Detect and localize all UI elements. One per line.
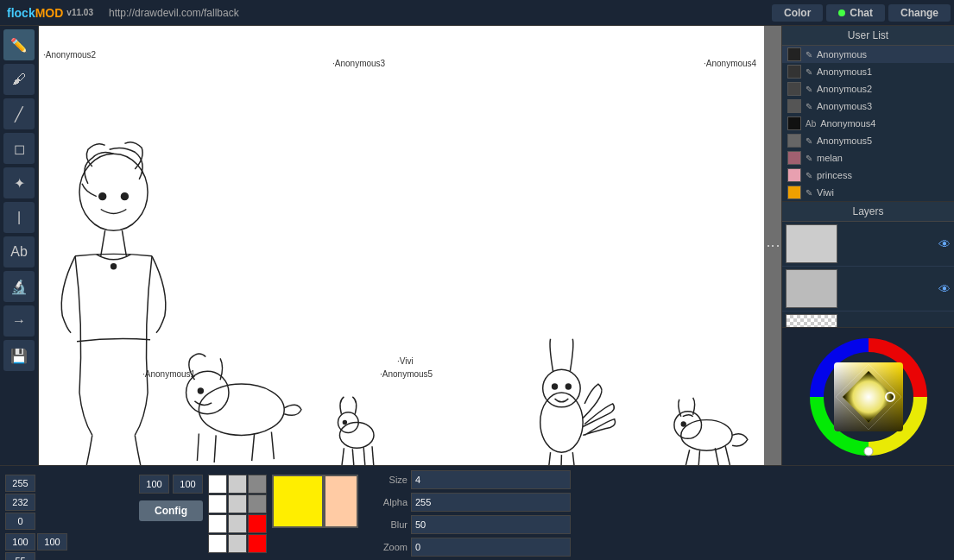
user-name-anon4: Anonymous4: [820, 118, 875, 129]
size-inputs: Config: [139, 471, 203, 521]
s-input[interactable]: [37, 533, 67, 551]
swatch-11[interactable]: [228, 534, 247, 553]
pencil-icon-anon1: ✎: [806, 67, 812, 77]
svg-line-26: [572, 452, 576, 465]
change-button[interactable]: Change: [888, 4, 951, 22]
user-color-melan: [787, 151, 801, 165]
user-item-viwi[interactable]: ✎ Viwi: [782, 184, 954, 201]
layer-eye-1[interactable]: 👁: [938, 237, 951, 251]
size2-input[interactable]: [173, 475, 203, 494]
svg-point-45: [864, 447, 873, 456]
color-wheel-svg[interactable]: [808, 337, 929, 457]
svg-line-31: [698, 450, 700, 465]
eyedropper-tool[interactable]: 🔬: [3, 271, 35, 302]
swatch-3[interactable]: [248, 475, 267, 494]
pencil-icon-melan: ✎: [806, 154, 812, 163]
color-wheel-area[interactable]: [782, 327, 954, 465]
swatch-row-4: [208, 534, 267, 553]
pencil-icon-anon2: ✎: [806, 85, 812, 94]
user-item-princess[interactable]: ✎ princess: [782, 167, 954, 184]
arrow-tool[interactable]: →: [3, 305, 35, 337]
h-input[interactable]: [5, 533, 35, 551]
user-item-anon5[interactable]: ✎ Anonymous5: [782, 132, 954, 149]
g-group: [5, 494, 134, 511]
logo-mod: MOD: [35, 6, 64, 20]
swatch-8[interactable]: [228, 514, 247, 533]
swatch-1[interactable]: [208, 475, 227, 494]
svg-line-30: [685, 450, 690, 465]
canvas-area[interactable]: ·Anonymous2 ·Anonymous3 ·Anonymous4 ·Ano…: [39, 26, 781, 465]
eraser-tool[interactable]: ◻: [3, 133, 35, 164]
color-button[interactable]: Color: [772, 4, 823, 22]
layer-item-1[interactable]: 👁: [782, 222, 954, 267]
pencil-tool[interactable]: ✏️: [3, 29, 35, 60]
secondary-color-swatch[interactable]: [324, 475, 358, 528]
user-item-melan[interactable]: ✎ melan: [782, 149, 954, 167]
svg-point-8: [198, 388, 203, 393]
svg-line-16: [341, 448, 344, 465]
user-item-anon2[interactable]: ✎ Anonymous2: [782, 80, 954, 98]
swatch-4[interactable]: [208, 494, 227, 513]
layer-item-2[interactable]: 👁: [782, 267, 954, 311]
user-item-anon3[interactable]: ✎ Anonymous3: [782, 98, 954, 115]
size-input[interactable]: [411, 470, 571, 489]
zoom-input[interactable]: [411, 538, 571, 557]
chat-button[interactable]: Chat: [826, 4, 885, 22]
line-tool[interactable]: ╱: [3, 98, 35, 129]
svg-line-4: [122, 230, 126, 256]
r-input[interactable]: [5, 475, 35, 492]
b-group: [5, 513, 134, 530]
swatch-5[interactable]: [228, 494, 247, 513]
user-name-anon2: Anonymous2: [817, 84, 872, 94]
brush-tool[interactable]: 🖌: [3, 64, 35, 95]
v-input[interactable]: [5, 552, 35, 560]
size1-input[interactable]: [139, 475, 169, 494]
svg-point-7: [186, 371, 229, 413]
magic-tool[interactable]: ✦: [3, 167, 35, 198]
right-panel: User List ✎ Anonymous ✎ Anonymous1 ✎ Ano…: [781, 26, 954, 465]
app-version: v11.03: [66, 8, 93, 17]
user-item-anon4[interactable]: Ab Anonymous4: [782, 115, 954, 132]
line2-tool[interactable]: |: [3, 202, 35, 233]
blur-input[interactable]: [411, 515, 571, 534]
swatch-12[interactable]: [248, 534, 267, 553]
svg-line-9: [197, 433, 199, 461]
swatches-section: [208, 471, 267, 553]
swatch-row-3: [208, 514, 267, 533]
app-logo: flockMOD v11.03: [0, 6, 100, 20]
pencil-icon-anon4: Ab: [806, 119, 816, 129]
expand-handle[interactable]: ⋮: [764, 26, 781, 465]
swatch-7[interactable]: [208, 514, 227, 533]
zoom-row: Zoom: [377, 538, 940, 557]
layer-item-3[interactable]: 👁: [782, 311, 954, 327]
user-item-anonymous[interactable]: ✎ Anonymous: [782, 46, 954, 63]
main-area: ✏️ 🖌 ╱ ◻ ✦ | Ab 🔬 → 💾 ·Anonymous2 ·Anony…: [0, 26, 954, 465]
drawing-canvas[interactable]: [39, 26, 781, 465]
swatch-2[interactable]: [228, 475, 247, 494]
bottom-right: Size Alpha Blur Zoom: [363, 466, 954, 560]
svg-line-33: [725, 446, 730, 465]
save-tool[interactable]: 💾: [3, 340, 35, 371]
swatch-10[interactable]: [208, 534, 227, 553]
svg-point-13: [339, 423, 374, 449]
config-button[interactable]: Config: [139, 500, 203, 521]
user-name-anon5: Anonymous5: [817, 135, 872, 146]
current-color-swatch[interactable]: [272, 475, 324, 528]
g-input[interactable]: [5, 494, 35, 511]
swatch-6[interactable]: [248, 494, 267, 513]
bottom-left: R G B H S V Config: [0, 466, 363, 560]
swatch-9[interactable]: [248, 514, 267, 533]
user-color-anon1: [787, 65, 801, 79]
rgb-inputs: R G B H S V: [5, 471, 134, 560]
b-input[interactable]: [5, 513, 35, 530]
layer-eye-2[interactable]: 👁: [938, 282, 951, 296]
zoom-label: Zoom: [377, 542, 408, 552]
svg-point-23: [565, 384, 571, 389]
svg-line-25: [560, 455, 561, 465]
user-color-anon2: [787, 82, 801, 96]
svg-point-5: [111, 264, 117, 269]
user-name-anonymous: Anonymous: [817, 49, 867, 60]
text-tool[interactable]: Ab: [3, 236, 35, 267]
user-item-anon1[interactable]: ✎ Anonymous1: [782, 63, 954, 80]
alpha-input[interactable]: [411, 493, 571, 512]
